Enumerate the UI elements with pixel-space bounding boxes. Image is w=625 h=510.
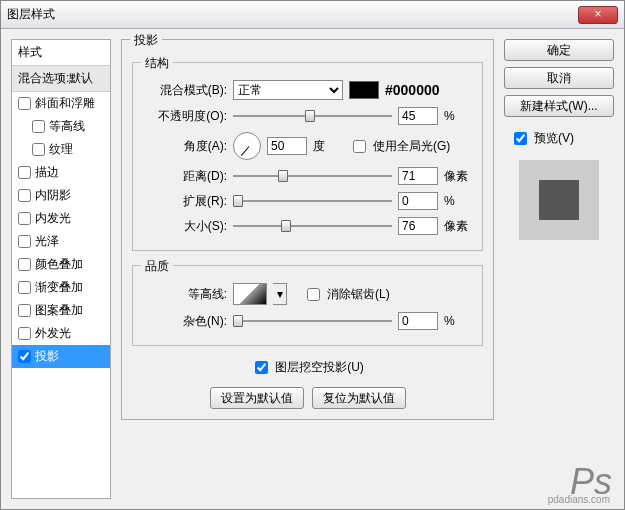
style-item-label: 斜面和浮雕 [35,95,95,112]
style-item-checkbox[interactable] [18,166,31,179]
style-item-checkbox[interactable] [18,327,31,340]
opacity-slider[interactable] [233,108,392,124]
reset-default-button[interactable]: 复位为默认值 [312,387,406,409]
close-button[interactable]: × [578,6,618,24]
size-unit: 像素 [444,218,474,235]
style-item-checkbox[interactable] [32,143,45,156]
quality-title: 品质 [141,258,173,275]
style-item-label: 外发光 [35,325,71,342]
style-item-1[interactable]: 等高线 [12,115,110,138]
preview-thumbnail [519,160,599,240]
noise-unit: % [444,314,474,328]
shadow-color-swatch[interactable] [349,81,379,99]
style-item-checkbox[interactable] [18,350,31,363]
style-item-label: 颜色叠加 [35,256,83,273]
style-item-0[interactable]: 斜面和浮雕 [12,92,110,115]
noise-slider[interactable] [233,313,392,329]
spread-slider[interactable] [233,193,392,209]
style-item-checkbox[interactable] [18,281,31,294]
angle-label: 角度(A): [141,138,227,155]
titlebar: 图层样式 × [1,1,624,29]
noise-value[interactable]: 0 [398,312,438,330]
contour-dropdown-icon[interactable]: ▾ [273,283,287,305]
style-item-label: 内发光 [35,210,71,227]
distance-unit: 像素 [444,168,474,185]
size-label: 大小(S): [141,218,227,235]
antialias-checkbox[interactable]: 消除锯齿(L) [303,285,390,304]
center-panel: 投影 结构 混合模式(B): 正常 #000000 不透明度(O): 45 % [121,39,494,499]
global-light-checkbox[interactable]: 使用全局光(G) [349,137,450,156]
spread-value[interactable]: 0 [398,192,438,210]
style-item-10[interactable]: 外发光 [12,322,110,345]
style-item-label: 等高线 [49,118,85,135]
blend-options-header[interactable]: 混合选项:默认 [12,66,110,92]
style-item-label: 内阴影 [35,187,71,204]
distance-label: 距离(D): [141,168,227,185]
size-value[interactable]: 76 [398,217,438,235]
style-item-8[interactable]: 渐变叠加 [12,276,110,299]
style-item-label: 渐变叠加 [35,279,83,296]
style-item-label: 光泽 [35,233,59,250]
angle-value[interactable]: 50 [267,137,307,155]
style-item-checkbox[interactable] [18,212,31,225]
blend-mode-select[interactable]: 正常 [233,80,343,100]
ok-button[interactable]: 确定 [504,39,614,61]
style-item-checkbox[interactable] [18,304,31,317]
spread-label: 扩展(R): [141,193,227,210]
style-item-label: 图案叠加 [35,302,83,319]
knockout-checkbox[interactable]: 图层挖空投影(U) [251,358,364,377]
style-item-checkbox[interactable] [18,235,31,248]
size-slider[interactable] [233,218,392,234]
opacity-unit: % [444,109,474,123]
angle-unit: 度 [313,138,343,155]
right-panel: 确定 取消 新建样式(W)... 预览(V) [504,39,614,499]
spread-unit: % [444,194,474,208]
style-item-5[interactable]: 内发光 [12,207,110,230]
style-item-11[interactable]: 投影 [12,345,110,368]
make-default-button[interactable]: 设置为默认值 [210,387,304,409]
section-title: 投影 [130,32,162,49]
angle-dial[interactable] [233,132,261,160]
style-item-9[interactable]: 图案叠加 [12,299,110,322]
style-item-3[interactable]: 描边 [12,161,110,184]
cancel-button[interactable]: 取消 [504,67,614,89]
distance-slider[interactable] [233,168,392,184]
new-style-button[interactable]: 新建样式(W)... [504,95,614,117]
structure-title: 结构 [141,55,173,72]
watermark-url: pdadians.com [548,494,610,505]
style-item-checkbox[interactable] [18,97,31,110]
style-item-7[interactable]: 颜色叠加 [12,253,110,276]
noise-label: 杂色(N): [141,313,227,330]
style-item-label: 投影 [35,348,59,365]
style-item-label: 描边 [35,164,59,181]
styles-header[interactable]: 样式 [12,40,110,66]
window-title: 图层样式 [7,6,578,23]
style-list: 样式 混合选项:默认 斜面和浮雕等高线纹理描边内阴影内发光光泽颜色叠加渐变叠加图… [11,39,111,499]
style-item-6[interactable]: 光泽 [12,230,110,253]
contour-picker[interactable] [233,283,267,305]
opacity-value[interactable]: 45 [398,107,438,125]
contour-label: 等高线: [141,286,227,303]
shadow-color-hex: #000000 [385,82,440,98]
style-item-checkbox[interactable] [18,258,31,271]
opacity-label: 不透明度(O): [141,108,227,125]
preview-checkbox[interactable]: 预览(V) [510,129,614,148]
style-item-4[interactable]: 内阴影 [12,184,110,207]
style-item-checkbox[interactable] [18,189,31,202]
style-item-label: 纹理 [49,141,73,158]
blend-mode-label: 混合模式(B): [141,82,227,99]
distance-value[interactable]: 71 [398,167,438,185]
style-item-2[interactable]: 纹理 [12,138,110,161]
style-item-checkbox[interactable] [32,120,45,133]
